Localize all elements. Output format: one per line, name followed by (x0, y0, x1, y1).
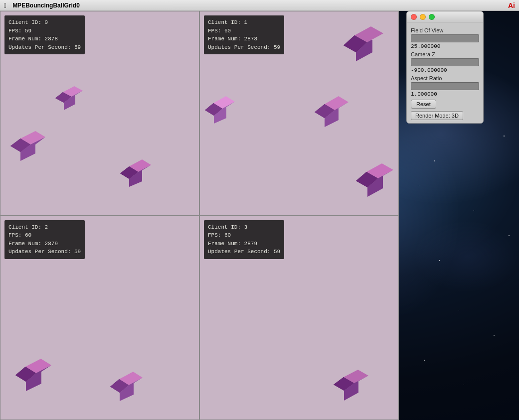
cube-2-1 (15, 359, 51, 393)
minimize-button[interactable] (420, 14, 426, 20)
frame-num-1: Frame Num: 2878 (208, 35, 280, 43)
frame-num-2: Frame Num: 2879 (8, 240, 81, 248)
frame-num-0: Frame Num: 2878 (8, 35, 81, 43)
maximize-button[interactable] (429, 14, 435, 20)
viewport-1: Client ID: 1 FPS: 60 Frame Num: 2878 Upd… (199, 11, 399, 216)
desktop: Client ID: 0 FPS: 59 Frame Num: 2878 Upd… (0, 11, 519, 420)
cube-0-2 (55, 86, 83, 111)
cube-0-3 (120, 159, 151, 188)
panel-content: Field Of View 25.000000 Camera Z -900.00… (407, 22, 483, 123)
client-id-0: Client ID: 0 (8, 18, 81, 27)
updates-2: Updates Per Second: 59 (8, 248, 81, 256)
cube-1-1 (344, 26, 383, 64)
field-of-view-input[interactable] (411, 34, 479, 42)
viewport-3: Client ID: 3 FPS: 60 Frame Num: 2879 Upd… (199, 216, 399, 420)
client-id-3: Client ID: 3 (208, 223, 280, 232)
fps-0: FPS: 59 (8, 27, 81, 35)
cube-3-1 (334, 370, 368, 403)
app-name: MPEBouncingBallGrid0 (12, 2, 80, 9)
field-of-view-label: Field Of View (411, 27, 479, 33)
cube-1-2 (205, 96, 235, 125)
fps-1: FPS: 60 (208, 27, 280, 35)
camera-z-input[interactable] (411, 58, 479, 66)
fps-3: FPS: 60 (208, 231, 280, 240)
stats-overlay-0: Client ID: 0 FPS: 59 Frame Num: 2878 Upd… (4, 15, 85, 54)
aspect-ratio-value: 1.000000 (411, 91, 479, 97)
updates-0: Updates Per Second: 59 (8, 43, 81, 52)
aspect-ratio-input[interactable] (411, 82, 479, 90)
client-id-1: Client ID: 1 (208, 18, 280, 27)
render-mode-button[interactable]: Render Mode: 3D (411, 111, 463, 120)
aspect-ratio-label: Aspect Ratio (411, 75, 479, 81)
frame-num-3: Frame Num: 2879 (208, 240, 280, 248)
field-of-view-value: 25.000000 (411, 43, 479, 49)
client-id-2: Client ID: 2 (8, 223, 81, 232)
stats-overlay-1: Client ID: 1 FPS: 60 Frame Num: 2878 Upd… (204, 15, 284, 54)
camera-z-label: Camera Z (411, 51, 479, 57)
fps-2: FPS: 60 (8, 231, 81, 240)
viewport-2: Client ID: 2 FPS: 60 Frame Num: 2879 Upd… (0, 216, 199, 420)
reset-button[interactable]: Reset (411, 100, 436, 109)
stats-overlay-2: Client ID: 2 FPS: 60 Frame Num: 2879 Upd… (4, 220, 85, 259)
cube-1-4 (356, 163, 393, 198)
viewport-0: Client ID: 0 FPS: 59 Frame Num: 2878 Upd… (0, 11, 199, 216)
menubar:  MPEBouncingBallGrid0 Ai (0, 0, 519, 11)
app-window: Client ID: 0 FPS: 59 Frame Num: 2878 Upd… (0, 11, 399, 420)
panel-titlebar (407, 11, 483, 22)
updates-3: Updates Per Second: 59 (208, 248, 280, 256)
adobe-logo-icon: Ai (508, 1, 515, 9)
cube-0-1 (10, 131, 45, 163)
control-panel: Field Of View 25.000000 Camera Z -900.00… (406, 11, 484, 124)
camera-z-value: -900.000000 (411, 67, 479, 73)
close-button[interactable] (411, 14, 417, 20)
viewport-grid: Client ID: 0 FPS: 59 Frame Num: 2878 Upd… (0, 11, 399, 420)
apple-logo-icon:  (4, 1, 6, 9)
stats-overlay-3: Client ID: 3 FPS: 60 Frame Num: 2879 Upd… (204, 220, 284, 259)
cube-1-3 (315, 96, 348, 128)
cube-2-2 (110, 372, 143, 403)
updates-1: Updates Per Second: 59 (208, 43, 280, 52)
